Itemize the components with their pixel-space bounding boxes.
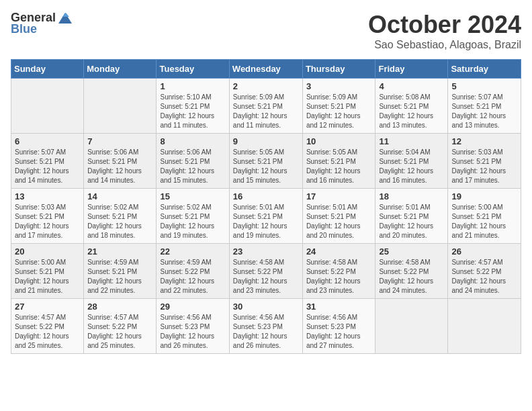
day-info: Sunrise: 5:04 AMSunset: 5:21 PMDaylight:… [379,148,444,185]
calendar-header-row: SundayMondayTuesdayWednesdayThursdayFrid… [11,60,521,79]
day-number: 19 [451,191,517,201]
calendar-week-2: 6 Sunrise: 5:07 AMSunset: 5:21 PMDayligh… [11,134,521,189]
day-info: Sunrise: 4:58 AMSunset: 5:22 PMDaylight:… [379,258,444,295]
calendar-table: SundayMondayTuesdayWednesdayThursdayFrid… [11,59,521,354]
calendar-cell: 5 Sunrise: 5:07 AMSunset: 5:21 PMDayligh… [448,79,521,134]
header-wednesday: Wednesday [229,60,302,79]
calendar-cell: 29 Sunrise: 4:56 AMSunset: 5:23 PMDaylig… [157,299,229,354]
day-number: 24 [306,246,372,257]
day-number: 18 [379,191,444,201]
day-number: 8 [160,136,225,146]
day-info: Sunrise: 4:56 AMSunset: 5:23 PMDaylight:… [306,313,372,351]
day-number: 31 [306,302,372,312]
day-number: 7 [87,136,152,146]
calendar-cell: 2 Sunrise: 5:09 AMSunset: 5:21 PMDayligh… [229,79,302,134]
calendar-week-1: 1 Sunrise: 5:10 AMSunset: 5:21 PMDayligh… [11,79,521,134]
day-number: 28 [87,302,152,312]
calendar-cell: 11 Sunrise: 5:04 AMSunset: 5:21 PMDaylig… [375,134,448,189]
calendar-cell: 28 Sunrise: 4:57 AMSunset: 5:22 PMDaylig… [84,299,157,354]
calendar-cell: 6 Sunrise: 5:07 AMSunset: 5:21 PMDayligh… [11,134,84,189]
day-number: 30 [233,302,299,312]
day-info: Sunrise: 4:56 AMSunset: 5:23 PMDaylight:… [160,313,225,351]
day-info: Sunrise: 5:05 AMSunset: 5:21 PMDaylight:… [233,148,299,185]
day-number: 25 [379,246,444,257]
calendar-cell: 4 Sunrise: 5:08 AMSunset: 5:21 PMDayligh… [375,79,448,134]
header-saturday: Saturday [448,60,521,79]
page-header: General Blue October 2024 Sao Sebastiao,… [11,11,521,51]
calendar-cell: 19 Sunrise: 5:00 AMSunset: 5:21 PMDaylig… [448,189,521,244]
calendar-cell: 24 Sunrise: 4:58 AMSunset: 5:22 PMDaylig… [302,244,375,299]
day-info: Sunrise: 5:08 AMSunset: 5:21 PMDaylight:… [379,93,444,130]
day-info: Sunrise: 5:01 AMSunset: 5:21 PMDaylight:… [379,203,444,240]
logo: General Blue [11,11,75,36]
calendar-cell: 10 Sunrise: 5:05 AMSunset: 5:21 PMDaylig… [302,134,375,189]
day-info: Sunrise: 5:00 AMSunset: 5:21 PMDaylight:… [451,203,517,240]
day-info: Sunrise: 5:03 AMSunset: 5:21 PMDaylight:… [15,203,80,240]
day-info: Sunrise: 4:59 AMSunset: 5:22 PMDaylight:… [160,258,225,295]
calendar-cell: 14 Sunrise: 5:02 AMSunset: 5:21 PMDaylig… [84,189,157,244]
logo-blue-text: Blue [11,22,37,36]
day-info: Sunrise: 5:02 AMSunset: 5:21 PMDaylight:… [160,203,225,240]
day-number: 1 [160,81,225,91]
calendar-cell: 25 Sunrise: 4:58 AMSunset: 5:22 PMDaylig… [375,244,448,299]
calendar-cell: 18 Sunrise: 5:01 AMSunset: 5:21 PMDaylig… [375,189,448,244]
logo-icon [57,11,73,25]
day-info: Sunrise: 4:57 AMSunset: 5:22 PMDaylight:… [87,313,152,351]
calendar-cell: 9 Sunrise: 5:05 AMSunset: 5:21 PMDayligh… [229,134,302,189]
day-info: Sunrise: 5:07 AMSunset: 5:21 PMDaylight:… [451,93,517,130]
day-info: Sunrise: 5:10 AMSunset: 5:21 PMDaylight:… [160,93,225,130]
header-thursday: Thursday [302,60,375,79]
day-info: Sunrise: 5:06 AMSunset: 5:21 PMDaylight:… [87,148,152,185]
calendar-cell: 23 Sunrise: 4:58 AMSunset: 5:22 PMDaylig… [229,244,302,299]
day-number: 14 [87,191,152,201]
calendar-cell: 26 Sunrise: 4:57 AMSunset: 5:22 PMDaylig… [448,244,521,299]
calendar-cell [11,79,84,134]
day-number: 23 [233,246,299,257]
calendar-cell: 21 Sunrise: 4:59 AMSunset: 5:21 PMDaylig… [84,244,157,299]
day-number: 9 [233,136,299,146]
calendar-cell: 7 Sunrise: 5:06 AMSunset: 5:21 PMDayligh… [84,134,157,189]
header-sunday: Sunday [11,60,84,79]
day-info: Sunrise: 5:05 AMSunset: 5:21 PMDaylight:… [306,148,372,185]
day-info: Sunrise: 4:57 AMSunset: 5:22 PMDaylight:… [15,313,80,351]
calendar-cell: 3 Sunrise: 5:09 AMSunset: 5:21 PMDayligh… [302,79,375,134]
header-friday: Friday [375,60,448,79]
day-info: Sunrise: 5:06 AMSunset: 5:21 PMDaylight:… [160,148,225,185]
day-info: Sunrise: 4:58 AMSunset: 5:22 PMDaylight:… [306,258,372,295]
day-info: Sunrise: 5:01 AMSunset: 5:21 PMDaylight:… [233,203,299,240]
svg-marker-1 [62,13,69,17]
day-info: Sunrise: 4:56 AMSunset: 5:23 PMDaylight:… [233,313,299,351]
day-number: 21 [87,246,152,257]
calendar-cell: 27 Sunrise: 4:57 AMSunset: 5:22 PMDaylig… [11,299,84,354]
day-number: 17 [306,191,372,201]
day-info: Sunrise: 4:59 AMSunset: 5:21 PMDaylight:… [87,258,152,295]
day-number: 3 [306,81,372,91]
day-number: 20 [15,246,80,257]
day-number: 27 [15,302,80,312]
day-number: 12 [451,136,517,146]
calendar-week-5: 27 Sunrise: 4:57 AMSunset: 5:22 PMDaylig… [11,299,521,354]
day-info: Sunrise: 5:00 AMSunset: 5:21 PMDaylight:… [15,258,80,295]
day-info: Sunrise: 5:09 AMSunset: 5:21 PMDaylight:… [306,93,372,130]
calendar-cell: 8 Sunrise: 5:06 AMSunset: 5:21 PMDayligh… [157,134,229,189]
day-number: 15 [160,191,225,201]
header-monday: Monday [84,60,157,79]
calendar-week-3: 13 Sunrise: 5:03 AMSunset: 5:21 PMDaylig… [11,189,521,244]
day-number: 11 [379,136,444,146]
calendar-cell: 1 Sunrise: 5:10 AMSunset: 5:21 PMDayligh… [157,79,229,134]
day-info: Sunrise: 5:07 AMSunset: 5:21 PMDaylight:… [15,148,80,185]
calendar-cell: 31 Sunrise: 4:56 AMSunset: 5:23 PMDaylig… [302,299,375,354]
day-number: 6 [15,136,80,146]
day-info: Sunrise: 4:58 AMSunset: 5:22 PMDaylight:… [233,258,299,295]
day-number: 29 [160,302,225,312]
day-number: 10 [306,136,372,146]
day-number: 22 [160,246,225,257]
calendar-cell: 16 Sunrise: 5:01 AMSunset: 5:21 PMDaylig… [229,189,302,244]
day-number: 13 [15,191,80,201]
day-number: 16 [233,191,299,201]
calendar-cell: 22 Sunrise: 4:59 AMSunset: 5:22 PMDaylig… [157,244,229,299]
calendar-cell: 30 Sunrise: 4:56 AMSunset: 5:23 PMDaylig… [229,299,302,354]
day-info: Sunrise: 5:03 AMSunset: 5:21 PMDaylight:… [451,148,517,185]
calendar-cell: 12 Sunrise: 5:03 AMSunset: 5:21 PMDaylig… [448,134,521,189]
calendar-cell: 20 Sunrise: 5:00 AMSunset: 5:21 PMDaylig… [11,244,84,299]
